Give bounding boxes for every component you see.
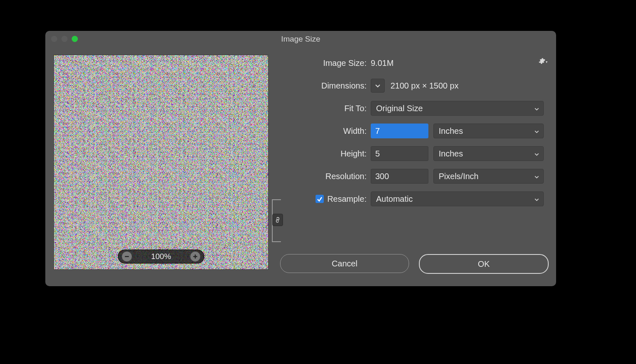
resolution-unit-value: Pixels/Inch [439, 172, 479, 181]
image-size-value: 9.01M [371, 58, 394, 68]
height-label: Height: [280, 149, 371, 159]
fit-to-value: Original Size [376, 104, 423, 113]
cancel-button[interactable]: Cancel [280, 254, 409, 273]
close-window-button[interactable] [51, 36, 57, 42]
dimensions-label: Dimensions: [280, 81, 371, 91]
zoom-in-button[interactable] [190, 251, 201, 262]
dimensions-unit-dropdown[interactable] [371, 79, 385, 93]
height-input[interactable] [371, 146, 428, 161]
minimize-window-button[interactable] [61, 36, 68, 42]
preview-area[interactable]: 100% [54, 55, 269, 270]
fit-to-label: Fit To: [280, 104, 371, 113]
gear-caret-icon: ▾ [546, 60, 547, 64]
resolution-input[interactable] [371, 169, 428, 184]
height-unit-value: Inches [439, 149, 463, 159]
chevron-down-icon [534, 126, 539, 136]
width-unit-value: Inches [439, 126, 463, 136]
image-size-label: Image Size: [280, 58, 371, 68]
ok-button-label: OK [478, 259, 490, 269]
width-input[interactable] [371, 124, 428, 138]
gear-icon [538, 57, 545, 65]
dialog-footer: Cancel OK [280, 254, 549, 274]
settings-gear-button[interactable]: ▾ [538, 57, 549, 65]
width-label: Width: [280, 126, 371, 136]
fit-to-select[interactable]: Original Size [371, 101, 544, 116]
zoom-controls: 100% [118, 250, 204, 264]
maximize-window-button[interactable] [72, 36, 78, 42]
resample-label: Resample: [327, 194, 367, 204]
resample-checkbox[interactable] [316, 195, 324, 203]
resolution-label: Resolution: [280, 172, 371, 181]
ok-button[interactable]: OK [419, 254, 549, 274]
window-title: Image Size [45, 35, 556, 44]
image-size-dialog: Image Size 100% [45, 31, 556, 286]
resample-value: Automatic [376, 194, 413, 204]
resolution-unit-select[interactable]: Pixels/Inch [433, 169, 544, 184]
check-icon [317, 196, 323, 202]
link-icon [274, 216, 281, 224]
height-unit-select[interactable]: Inches [433, 146, 544, 161]
chevron-down-icon [534, 149, 539, 159]
window-controls [51, 36, 78, 42]
svg-rect-0 [54, 55, 268, 269]
resample-select[interactable]: Automatic [371, 191, 544, 206]
constrain-proportions-button[interactable] [272, 214, 283, 226]
preview-image [54, 55, 268, 269]
titlebar: Image Size [45, 31, 556, 47]
dimensions-value: 2100 px × 1500 px [390, 81, 458, 91]
chevron-down-icon [534, 194, 539, 204]
chevron-down-icon [534, 172, 539, 181]
cancel-button-label: Cancel [332, 259, 357, 268]
constrain-bracket [269, 199, 287, 240]
chevron-down-icon [534, 104, 539, 113]
zoom-level: 100% [151, 252, 171, 261]
zoom-out-button[interactable] [122, 251, 132, 262]
width-unit-select[interactable]: Inches [433, 124, 544, 138]
settings-panel: ▾ Image Size: 9.01M Dimensions: 2100 px … [280, 55, 549, 279]
